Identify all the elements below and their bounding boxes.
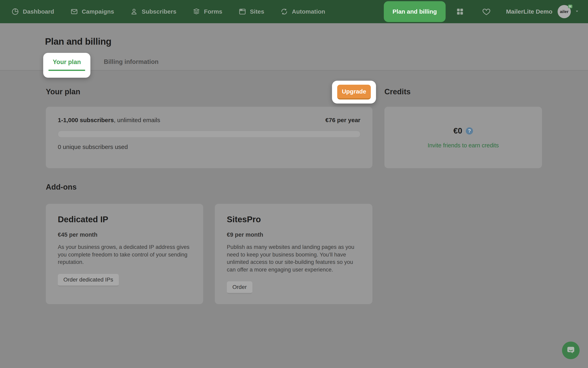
tab-billing-information[interactable]: Billing information (104, 58, 158, 65)
addon-description: As your business grows, a dedicated IP a… (58, 243, 191, 266)
chevron-down-icon[interactable] (574, 9, 579, 15)
addon-description: Publish as many websites and landing pag… (227, 243, 360, 273)
nav-item-plan-and-billing-active[interactable]: Plan and billing (384, 1, 446, 22)
nav-item-label: Sites (250, 8, 264, 15)
nav-main-menu: Dashboard Campaigns Subscribers (11, 8, 325, 16)
forms-layers-icon (193, 8, 200, 16)
credits-heading: Credits (384, 87, 411, 96)
sites-browser-icon (238, 8, 246, 16)
plan-usage-text: 0 unique subscribers used (58, 144, 360, 150)
nav-item-label: Forms (204, 8, 222, 15)
page-header: Plan and billing Your plan Billing infor… (0, 23, 588, 71)
nav-item-dashboard[interactable]: Dashboard (11, 8, 54, 16)
mailerlite-plan-billing-page: Dashboard Campaigns Subscribers (0, 0, 588, 368)
plan-price: €76 per year (325, 117, 360, 124)
nav-item-sites[interactable]: Sites (238, 8, 264, 16)
chat-launcher-button[interactable] (562, 341, 579, 359)
credits-amount: €0 (453, 126, 462, 135)
credits-card: €0 ? Invite friends to earn credits (384, 107, 542, 168)
account-avatar[interactable]: ailer lit (558, 5, 571, 18)
plan-summary-row: 1-1,000 subscribers, unlimited emails €7… (58, 117, 360, 124)
nav-item-label: Dashboard (23, 8, 54, 15)
question-icon[interactable]: ? (466, 127, 473, 135)
account-name[interactable]: MailerLite Demo (506, 8, 553, 15)
addon-card-sitespro: SitesPro €9 per month Publish as many we… (215, 204, 372, 304)
nav-item-automation[interactable]: Automation (280, 8, 325, 16)
nav-item-forms[interactable]: Forms (193, 8, 222, 16)
current-plan-card: 1-1,000 subscribers, unlimited emails €7… (46, 107, 372, 168)
active-tab-underline (48, 70, 85, 71)
campaigns-envelope-icon (70, 8, 78, 16)
addon-title: SitesPro (227, 215, 360, 224)
order-dedicated-ips-button[interactable]: Order dedicated IPs (58, 274, 119, 286)
plan-range-rest: , unlimited emails (114, 117, 160, 123)
top-navbar: Dashboard Campaigns Subscribers (0, 0, 588, 23)
nav-item-subscribers[interactable]: Subscribers (130, 8, 176, 16)
your-plan-heading: Your plan (46, 87, 80, 96)
automation-sync-icon (280, 8, 288, 16)
order-sitespro-button[interactable]: Order (227, 281, 252, 294)
addon-title: Dedicated IP (58, 215, 191, 224)
avatar-logo-text: ailer (560, 9, 568, 14)
addon-price: €9 per month (227, 231, 360, 238)
tab-your-plan[interactable]: Your plan (43, 53, 90, 78)
addons-heading: Add-ons (46, 183, 77, 191)
subscribers-person-icon (130, 8, 138, 16)
invite-friends-link[interactable]: Invite friends to earn credits (428, 142, 499, 149)
credits-amount-row: €0 ? (453, 126, 473, 135)
addon-card-dedicated-ip: Dedicated IP €45 per month As your busin… (46, 204, 203, 304)
plan-range: 1-1,000 subscribers, unlimited emails (58, 117, 160, 124)
nav-item-label: Subscribers (142, 8, 176, 15)
plan-range-bold: 1-1,000 subscribers (58, 117, 114, 123)
tab-your-plan-label: Your plan (43, 58, 90, 66)
upgrade-button[interactable]: Upgrade (337, 85, 371, 100)
upgrade-spotlight-frame: Upgrade (332, 81, 376, 103)
chat-bubble-icon (566, 345, 575, 355)
nav-item-label: Campaigns (82, 8, 114, 15)
nav-item-label: Automation (292, 8, 325, 15)
addon-price: €45 per month (58, 231, 191, 238)
dashboard-clock-icon (11, 8, 19, 16)
heart-icon[interactable] (482, 7, 491, 16)
nav-right-cluster: Plan and billing MailerLite Demo ailer l… (384, 1, 579, 22)
apps-grid-icon[interactable] (456, 7, 465, 16)
page-title: Plan and billing (45, 36, 111, 47)
avatar-logo-badge: lit (568, 5, 572, 8)
nav-active-label: Plan and billing (393, 8, 437, 15)
subscribers-progress-bar (58, 131, 360, 138)
nav-item-campaigns[interactable]: Campaigns (70, 8, 114, 16)
